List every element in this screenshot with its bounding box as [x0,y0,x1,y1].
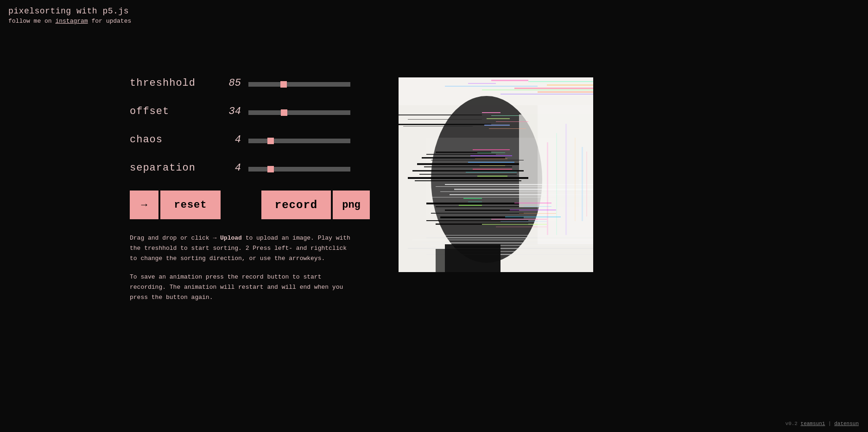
offset-slider[interactable] [248,110,350,115]
offset-row: offset 34 [130,106,371,117]
svg-rect-31 [419,174,517,175]
instruction-line2: To save an animation press the record bu… [130,272,357,303]
page-title: pixelsorting with p5.js [8,6,860,16]
buttons-row: → reset record png [130,191,371,219]
footer: v0.2 teamsun1 | datensun [786,421,859,426]
header-subtitle: follow me on instagram for updates [8,18,860,25]
instructions: Drag and drop or click → Upload to uploa… [130,233,357,303]
svg-rect-81 [514,203,551,203]
svg-rect-33 [415,180,521,181]
svg-rect-80 [436,249,501,272]
svg-rect-39 [480,165,505,166]
data-link[interactable]: datensun [834,421,859,426]
svg-rect-21 [484,125,510,126]
threshhold-value: 85 [213,77,241,89]
svg-rect-36 [470,155,512,156]
svg-rect-17 [482,112,501,113]
svg-rect-38 [468,162,514,163]
svg-rect-16 [403,126,473,127]
svg-rect-34 [473,149,510,150]
svg-rect-13 [399,114,482,115]
svg-rect-3 [528,81,593,82]
svg-rect-83 [510,210,556,210]
svg-rect-75 [463,198,482,199]
svg-rect-22 [489,128,526,129]
canvas-svg [399,77,593,272]
footer-separator: | [828,421,831,426]
instruction-line1: Drag and drop or click → Upload to uploa… [130,233,357,264]
svg-rect-8 [482,89,593,90]
svg-rect-14 [408,119,482,120]
chaos-value: 4 [213,134,241,146]
reset-button[interactable]: reset [160,191,221,219]
svg-rect-10 [501,94,593,95]
offset-label: offset [130,106,213,117]
svg-rect-35 [477,152,505,153]
svg-rect-18 [491,115,519,116]
svg-rect-40 [473,169,512,170]
separation-value: 4 [213,162,241,174]
header: pixelsorting with p5.js follow me on ins… [0,0,868,31]
svg-rect-30 [412,170,524,172]
svg-rect-42 [477,176,507,177]
svg-rect-41 [466,172,517,172]
subtitle-prefix: follow me on [8,18,55,25]
arrow-button[interactable]: → [130,191,158,219]
svg-rect-25 [426,154,496,155]
svg-rect-29 [424,166,512,167]
svg-rect-5 [547,84,593,86]
controls-panel: threshhold 85 offset 34 chaos 4 separati… [130,77,371,311]
svg-rect-51 [445,210,519,211]
svg-rect-19 [487,118,510,119]
chaos-slider[interactable] [248,139,350,143]
svg-rect-84 [519,213,556,214]
svg-rect-49 [426,203,519,204]
svg-rect-7 [514,88,593,89]
svg-rect-26 [422,157,505,159]
version-label: v0.2 [786,421,798,426]
svg-rect-20 [496,121,528,122]
svg-rect-52 [431,213,524,214]
threshhold-row: threshhold 85 [130,77,371,89]
chaos-row: chaos 4 [130,134,371,146]
chaos-label: chaos [130,134,213,146]
svg-rect-6 [445,86,538,87]
separation-slider-container [248,165,371,171]
record-button[interactable]: record [261,191,331,219]
svg-rect-27 [431,160,524,160]
svg-rect-77 [459,205,482,206]
svg-rect-15 [399,124,491,125]
separation-slider[interactable] [248,167,350,172]
svg-rect-78 [538,105,593,244]
svg-rect-28 [417,163,519,165]
repo-link[interactable]: teamsun1 [801,421,825,426]
separation-label: separation [130,162,213,174]
png-button[interactable]: png [333,191,370,219]
svg-rect-85 [505,216,561,217]
canvas-area [399,77,593,311]
pixel-canvas[interactable] [399,77,593,272]
svg-rect-32 [408,177,528,179]
threshhold-slider[interactable] [248,82,350,87]
svg-rect-58 [482,224,547,225]
svg-rect-37 [475,159,507,159]
svg-rect-9 [538,91,593,93]
threshhold-slider-container [248,81,371,86]
svg-rect-82 [524,206,551,207]
svg-rect-54 [426,220,528,221]
chaos-slider-container [248,137,371,143]
offset-value: 34 [213,106,241,117]
offset-slider-container [248,109,371,114]
instagram-link[interactable]: instagram [55,18,88,25]
svg-rect-2 [491,80,528,81]
threshhold-label: threshhold [130,77,213,89]
separation-row: separation 4 [130,162,371,174]
svg-rect-76 [468,202,482,202]
svg-rect-50 [436,206,519,207]
svg-rect-4 [468,83,496,84]
subtitle-suffix: for updates [88,18,132,25]
main-content: threshhold 85 offset 34 chaos 4 separati… [130,77,868,311]
